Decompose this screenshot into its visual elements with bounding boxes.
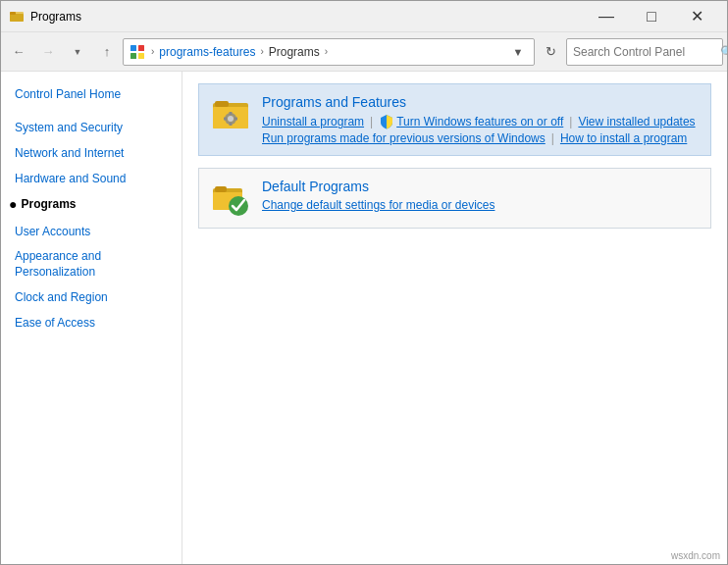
title-bar-controls: — □ ✕ — [584, 1, 719, 32]
default-programs-details: Default Programs Change default settings… — [262, 179, 699, 212]
title-bar-icon — [9, 9, 25, 25]
default-programs-section: Default Programs Change default settings… — [198, 168, 711, 229]
back-button[interactable]: ← — [5, 38, 32, 66]
main-content: Control Panel Home System and Security N… — [1, 72, 727, 565]
refresh-button[interactable]: ↻ — [537, 38, 564, 66]
uac-shield-icon — [379, 114, 394, 129]
programs-features-title[interactable]: Programs and Features — [262, 94, 699, 110]
programs-features-section: Programs and Features Uninstall a progra… — [198, 83, 711, 156]
svg-rect-15 — [234, 118, 237, 121]
sidebar: Control Panel Home System and Security N… — [1, 72, 182, 565]
title-bar: Programs — □ ✕ — [1, 1, 727, 32]
default-programs-title[interactable]: Default Programs — [262, 179, 699, 194]
svg-rect-3 — [130, 45, 136, 51]
breadcrumb-control-panel[interactable]: programs-features — [156, 43, 258, 61]
breadcrumb-dropdown-btn[interactable]: ▼ — [508, 42, 528, 62]
sidebar-item-home[interactable]: Control Panel Home — [1, 81, 182, 107]
uninstall-link[interactable]: Uninstall a program — [262, 115, 364, 128]
close-button[interactable]: ✕ — [674, 1, 719, 32]
svg-rect-14 — [224, 118, 227, 121]
sidebar-item-ease-of-access[interactable]: Ease of Access — [1, 310, 182, 335]
active-bullet: ● — [9, 195, 17, 215]
search-box: 🔍 — [566, 38, 723, 66]
address-bar: ← → ▼ ↑ › programs-features › Programs ›… — [1, 32, 727, 72]
svg-rect-2 — [10, 12, 16, 15]
sidebar-item-appearance[interactable]: Appearance andPersonalization — [1, 244, 182, 285]
svg-rect-5 — [130, 53, 136, 59]
programs-features-icon — [211, 94, 250, 133]
svg-rect-1 — [10, 14, 24, 22]
default-programs-links: Change default settings for media or dev… — [262, 198, 699, 212]
breadcrumb-home-icon — [130, 44, 145, 60]
sidebar-item-user-accounts[interactable]: User Accounts — [1, 219, 182, 244]
search-input[interactable] — [573, 45, 720, 59]
svg-rect-4 — [138, 45, 144, 51]
svg-point-11 — [228, 116, 234, 122]
title-bar-title: Programs — [30, 10, 584, 24]
programs-features-links-row2: Run programs made for previous versions … — [262, 131, 699, 145]
breadcrumb: › programs-features › Programs › ▼ — [123, 38, 535, 66]
run-programs-link[interactable]: Run programs made for previous versions … — [262, 131, 546, 145]
programs-features-links-row1: Uninstall a program | Turn Windows featu… — [262, 114, 699, 129]
svg-rect-9 — [215, 101, 229, 107]
sidebar-item-hardware-sound[interactable]: Hardware and Sound — [1, 166, 182, 191]
minimize-button[interactable]: — — [584, 1, 629, 32]
breadcrumb-sep3: › — [325, 46, 328, 57]
search-icon[interactable]: 🔍 — [720, 45, 728, 59]
watermark: wsxdn.com — [671, 550, 720, 561]
breadcrumb-sep2: › — [260, 46, 263, 57]
change-default-link[interactable]: Change default settings for media or dev… — [262, 198, 494, 212]
sidebar-item-programs-label: Programs — [21, 195, 76, 213]
view-installed-updates-link[interactable]: View installed updates — [578, 115, 695, 128]
maximize-button[interactable]: □ — [629, 1, 674, 32]
sidebar-item-clock-region[interactable]: Clock and Region — [1, 284, 182, 310]
up-button[interactable]: ↑ — [93, 38, 121, 66]
turn-windows-features-link[interactable]: Turn Windows features on or off — [396, 115, 563, 128]
breadcrumb-programs: Programs — [266, 43, 323, 61]
breadcrumb-sep1: › — [151, 46, 154, 57]
sidebar-item-network-internet[interactable]: Network and Internet — [1, 140, 182, 166]
svg-rect-6 — [138, 53, 144, 59]
content-area: Programs and Features Uninstall a progra… — [182, 72, 727, 565]
svg-rect-13 — [230, 123, 233, 126]
programs-features-details: Programs and Features Uninstall a progra… — [262, 94, 699, 145]
svg-rect-18 — [215, 186, 227, 192]
dropdown-button[interactable]: ▼ — [64, 38, 91, 66]
forward-button[interactable]: → — [34, 38, 62, 66]
sidebar-item-system-security[interactable]: System and Security — [1, 115, 182, 140]
sidebar-item-programs: ● Programs — [1, 191, 182, 219]
svg-rect-12 — [230, 112, 233, 115]
default-programs-icon — [211, 179, 250, 218]
how-install-link[interactable]: How to install a program — [560, 131, 687, 145]
